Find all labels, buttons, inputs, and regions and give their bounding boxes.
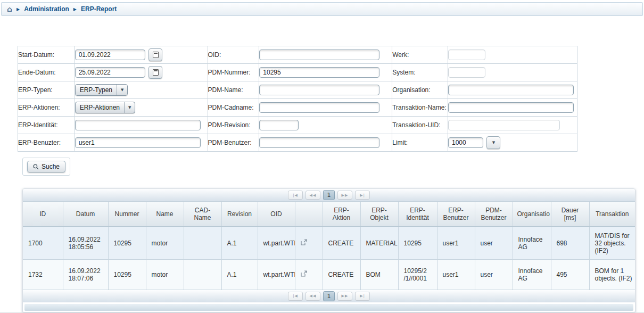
limit-input[interactable] [448,137,483,148]
transaktion-name-label: Transaktion-Name: [392,99,448,117]
cell-erp-benutzer: user1 [437,260,475,290]
pager-page-1-button[interactable]: 1 [323,190,335,200]
col-header-datum[interactable]: Datum [63,202,108,227]
suche-button-label: Suche [42,163,60,170]
ende-datum-input[interactable] [75,67,145,78]
col-header-pdm-benutzer[interactable]: PDM-Benutzer [475,202,513,227]
pdm-cadname-label: PDM-Cadname: [208,99,259,117]
col-header-cad-name[interactable]: CAD-Name [184,202,221,227]
pager-last-button[interactable]: ▶| [355,292,370,301]
erp-typen-dropdown-value: ERP-Typen [76,85,117,95]
oid-input[interactable] [259,50,379,60]
results-table: ID Datum Nummer Name CAD-Name Revision O… [23,202,635,290]
werk-label: Werk: [392,46,448,64]
start-datum-calendar-button[interactable] [148,48,162,61]
col-header-oid[interactable]: OID [258,202,295,227]
cell-pdm-benutzer: user [475,227,513,260]
grid-footer-strip [24,304,633,311]
cell-dauer: 495 [551,260,589,290]
organisation-label: Organisation: [392,81,448,99]
ende-datum-label: Ende-Datum: [18,64,75,81]
cell-erp-identitaet: 10295 [398,227,437,260]
pager-first-button[interactable]: |◀ [288,191,303,200]
col-header-revision[interactable]: Revision [221,202,258,227]
search-button-container: Suche [22,158,70,176]
col-header-erp-identitaet[interactable]: ERP-Identität [398,202,437,227]
pdm-name-input[interactable] [259,85,379,95]
pager-next-button[interactable]: ▶▶ [337,292,352,301]
cell-erp-identitaet: 10295/2 /1//0001 [398,260,437,290]
col-header-organisation[interactable]: Organisatio [513,202,551,227]
paginator-bottom: |◀ ◀◀ 1 ▶▶ ▶| [23,290,635,302]
col-header-nummer[interactable]: Nummer [108,202,146,227]
results-panel: |◀ ◀◀ 1 ▶▶ ▶| ID Datum Nummer Name CAD-N… [22,188,635,313]
cell-pdm-benutzer: user [475,260,513,290]
chevron-down-icon: ▼ [492,141,495,145]
erp-benuzter-input[interactable] [75,137,201,148]
transaktion-name-input[interactable] [448,102,574,113]
col-header-transaktion[interactable]: Transaktion [589,202,635,227]
search-icon [33,164,39,170]
page-bottom-divider [0,312,644,312]
breadcrumb-item-administration[interactable]: Administration [24,5,69,13]
cell-id: 1700 [23,227,63,260]
open-link-icon[interactable] [301,270,307,277]
pdm-benutzer-label: PDM-Benutzer: [208,134,259,152]
cell-transaktion: BOM for 1 objects. (IF2) [589,260,635,290]
organisation-input[interactable] [448,85,574,95]
pager-next-button[interactable]: ▶▶ [337,191,352,200]
erp-typen-dropdown[interactable]: ERP-Typen ▼ [75,84,128,96]
cell-erp-aktion: CREATE [323,260,360,290]
pdm-cadname-input[interactable] [259,102,379,113]
cell-organisation: Innoface AG [513,227,551,260]
breadcrumb: ⌂ ▶ Administration ▶ ERP-Report [1,2,643,16]
home-icon[interactable]: ⌂ [7,5,12,13]
werk-input[interactable] [448,50,485,60]
col-header-erp-objekt[interactable]: ERP-Objekt [360,202,398,227]
transaktion-uid-input[interactable] [448,120,560,130]
chevron-down-icon: ▼ [128,105,131,110]
system-input[interactable] [448,67,485,78]
open-link-icon[interactable] [301,239,307,245]
paginator-top: |◀ ◀◀ 1 ▶▶ ▶| [23,189,635,202]
erp-identitaet-input[interactable] [75,120,201,130]
pager-last-button[interactable]: ▶| [355,191,370,200]
chevron-down-icon: ▼ [121,88,123,92]
erp-aktionen-label: ERP-Aktionen: [18,99,75,117]
col-header-dauer[interactable]: Dauer [ms] [551,202,589,227]
ende-datum-calendar-button[interactable] [148,66,162,79]
col-header-erp-benutzer[interactable]: ERP-Benutzer [437,202,475,227]
start-datum-label: Start-Datum: [18,46,75,64]
table-row: 1700 16.09.2022 18:05:56 10295 motor A.1… [23,227,635,260]
suche-button[interactable]: Suche [27,161,65,172]
pager-first-button[interactable]: |◀ [288,292,303,301]
pdm-revision-input[interactable] [259,120,299,130]
calendar-icon [153,69,159,76]
cell-nummer: 10295 [108,227,146,260]
breadcrumb-item-erp-report[interactable]: ERP-Report [81,5,117,13]
col-header-erp-aktion[interactable]: ERP-Aktion [323,202,360,227]
transaktion-uid-label: Transaktion-UID: [392,117,448,134]
limit-dropdown-button[interactable]: ▼ [486,136,500,149]
cell-erp-objekt: BOM [360,260,398,290]
cell-id: 1732 [23,260,63,290]
col-header-name[interactable]: Name [146,202,184,227]
pdm-nummer-input[interactable] [259,67,379,78]
cell-erp-aktion: CREATE [323,227,360,260]
pager-prev-button[interactable]: ◀◀ [306,292,320,301]
col-header-id[interactable]: ID [23,202,63,227]
pager-page-1-button[interactable]: 1 [323,291,335,301]
pdm-benutzer-input[interactable] [259,137,379,148]
col-header-link [295,202,323,227]
start-datum-input[interactable] [75,50,145,60]
erp-aktionen-dropdown[interactable]: ERP-Aktionen ▼ [75,102,136,113]
erp-typen-label: ERP-Typen: [18,81,75,99]
table-header-row: ID Datum Nummer Name CAD-Name Revision O… [23,202,635,227]
cell-dauer: 698 [551,227,589,260]
chevron-right-icon: ▶ [73,7,77,12]
pager-prev-button[interactable]: ◀◀ [306,191,320,200]
limit-label: Limit: [392,134,448,152]
cell-organisation: Innoface AG [513,260,551,290]
system-label: System: [392,64,448,81]
pdm-name-label: PDM-Name: [208,81,259,99]
